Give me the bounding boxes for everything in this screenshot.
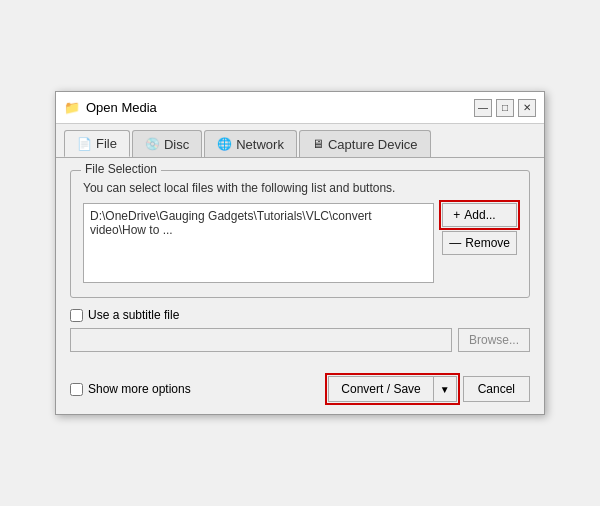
file-tab-label: File [96,136,117,151]
title-bar: 📁 Open Media — □ ✕ [56,92,544,124]
open-media-window: 📁 Open Media — □ ✕ 📄 File 💿 Disc 🌐 Netwo… [55,91,545,415]
subtitle-input-row: Browse... [70,328,530,352]
file-list-item: D:\OneDrive\Gauging Gadgets\Tutorials\VL… [88,208,429,238]
remove-button[interactable]: — Remove [442,231,517,255]
bottom-action-buttons: Convert / Save ▼ Cancel [328,376,530,402]
tab-disc[interactable]: 💿 Disc [132,130,202,157]
file-tab-icon: 📄 [77,137,92,151]
window-icon: 📁 [64,100,80,116]
show-more-checkbox[interactable] [70,383,83,396]
disc-tab-label: Disc [164,137,189,152]
minimize-button[interactable]: — [474,99,492,117]
subtitle-checkbox-row: Use a subtitle file [70,308,530,322]
convert-save-button[interactable]: Convert / Save ▼ [328,376,456,402]
add-button-label: Add... [464,208,495,222]
tab-file[interactable]: 📄 File [64,130,130,157]
minus-icon: — [449,236,461,250]
convert-save-arrow-icon[interactable]: ▼ [434,379,456,400]
file-list-box[interactable]: D:\OneDrive\Gauging Gadgets\Tutorials\VL… [83,203,434,283]
capture-tab-icon: 🖥 [312,137,324,151]
group-description: You can select local files with the foll… [83,181,517,195]
tab-network[interactable]: 🌐 Network [204,130,297,157]
subtitle-label-text: Use a subtitle file [88,308,179,322]
convert-save-label: Convert / Save [329,377,433,401]
window-controls: — □ ✕ [474,99,536,117]
file-selection-group: File Selection You can select local file… [70,170,530,298]
remove-button-label: Remove [465,236,510,250]
main-content: File Selection You can select local file… [56,158,544,368]
subtitle-checkbox[interactable] [70,309,83,322]
tab-capture[interactable]: 🖥 Capture Device [299,130,431,157]
network-tab-icon: 🌐 [217,137,232,151]
file-list-row: D:\OneDrive\Gauging Gadgets\Tutorials\VL… [83,203,517,283]
bottom-bar: Show more options Convert / Save ▼ Cance… [56,368,544,414]
cancel-button[interactable]: Cancel [463,376,530,402]
group-title: File Selection [81,162,161,176]
subtitle-section: Use a subtitle file Browse... [70,308,530,352]
file-action-buttons: + Add... — Remove [442,203,517,255]
show-more-text: Show more options [88,382,191,396]
plus-icon: + [453,208,460,222]
capture-tab-label: Capture Device [328,137,418,152]
network-tab-label: Network [236,137,284,152]
close-button[interactable]: ✕ [518,99,536,117]
subtitle-checkbox-label[interactable]: Use a subtitle file [70,308,179,322]
add-button[interactable]: + Add... [442,203,517,227]
maximize-button[interactable]: □ [496,99,514,117]
show-more-label[interactable]: Show more options [70,382,191,396]
tab-bar: 📄 File 💿 Disc 🌐 Network 🖥 Capture Device [56,124,544,158]
disc-tab-icon: 💿 [145,137,160,151]
browse-button[interactable]: Browse... [458,328,530,352]
window-title: Open Media [86,100,474,115]
subtitle-file-input[interactable] [70,328,452,352]
